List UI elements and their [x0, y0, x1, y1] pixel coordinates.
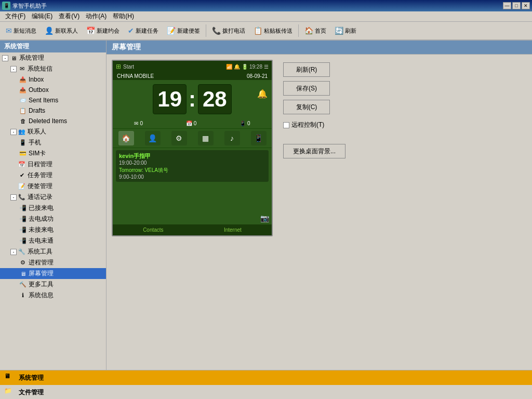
- menu-edit[interactable]: 编辑(E): [29, 11, 56, 22]
- sent-icon: 📨: [19, 96, 27, 104]
- phone-nav-icon[interactable]: 📱: [251, 131, 267, 145]
- inbox-icon: 📥: [19, 75, 27, 84]
- deleted-icon: 🗑: [19, 117, 27, 125]
- refresh-icon: 🔄: [335, 26, 343, 35]
- phone-count: 0: [247, 121, 250, 126]
- new-contact-button[interactable]: 👤 新联系人: [41, 24, 82, 37]
- outgoing-icon: 📲: [19, 215, 27, 223]
- calendar-icon: 📅: [18, 161, 26, 169]
- new-note-button[interactable]: 📝 新建便签: [163, 24, 204, 37]
- settings-nav-icon[interactable]: ⚙: [171, 131, 187, 145]
- content-area: 屏幕管理 ⊞ Start 📶 🔔 🔋 19:28 ☰: [107, 41, 532, 370]
- sidebar-item-calendar[interactable]: 📅 日程管理: [0, 159, 106, 170]
- tools-icon: 🔧: [18, 248, 26, 256]
- counter-calendar: 📅 0: [186, 121, 197, 126]
- sms-icon: ✉: [6, 26, 12, 35]
- phone-counters: ✉ 0 📅 0 📱 0: [113, 118, 272, 128]
- phone-status-bar: ⊞ Start 📶 🔔 🔋 19:28 ☰: [113, 61, 272, 72]
- refresh-button[interactable]: 刷新(R): [283, 62, 330, 77]
- sidebar-item-sim-contacts[interactable]: 💳 SIM卡: [0, 148, 106, 159]
- grid-nav-icon[interactable]: ▦: [198, 131, 214, 145]
- home-nav-icon[interactable]: 🏠: [118, 131, 134, 145]
- more-tools-icon: 🔨: [19, 281, 27, 289]
- toolbar: ✉ 新短消息 👤 新联系人 📅 新建约会 ✔ 新建任务 📝 新建便签 📞 拨打电…: [0, 22, 532, 41]
- sidebar-item-inbox[interactable]: 📥 Inbox: [0, 74, 106, 85]
- sidebar-item-calls[interactable]: - 📞 通话记录: [0, 192, 106, 203]
- missed-icon: 📲: [19, 226, 27, 234]
- menu-view[interactable]: 查看(V): [56, 11, 83, 22]
- phone-icon: 📞: [212, 26, 221, 35]
- clipboard-button[interactable]: 📋 粘贴板传送: [250, 24, 296, 37]
- phone-counter-icon: 📱: [240, 121, 246, 126]
- bottom-tabs: 🖥 系统管理 📁 文件管理 🔧 注册表管理: [0, 370, 532, 399]
- app-icon: 📱: [2, 2, 10, 10]
- sidebar-item-screen-mgmt[interactable]: 🖥 屏幕管理: [0, 268, 106, 279]
- expand-calls[interactable]: -: [10, 194, 17, 201]
- music-nav-icon[interactable]: ♪: [224, 131, 240, 145]
- maximize-button[interactable]: □: [512, 2, 521, 9]
- copy-button[interactable]: 复制(C): [283, 100, 330, 114]
- sidebar-item-deleted[interactable]: 🗑 Deleted Items: [0, 116, 106, 126]
- screen-icon: 🖥: [19, 270, 27, 278]
- new-sms-button[interactable]: ✉ 新短消息: [2, 24, 40, 37]
- tab-sys-mgmt[interactable]: 🖥 系统管理: [0, 370, 532, 385]
- sidebar-item-sms[interactable]: - ✉ 系统短信: [0, 63, 106, 74]
- expand-contacts[interactable]: -: [10, 129, 17, 135]
- windows-mobile-icon: ⊞: [116, 63, 121, 70]
- close-button[interactable]: ✕: [522, 2, 530, 9]
- drafts-icon: 📋: [19, 107, 27, 115]
- phone-area: ⊞ Start 📶 🔔 🔋 19:28 ☰ CHINA MOBILE 08-09…: [107, 55, 532, 242]
- counter-sms: ✉ 0: [134, 121, 143, 126]
- sidebar-item-incoming[interactable]: 📲 已接来电: [0, 203, 106, 214]
- sidebar-item-tasks[interactable]: ✔ 任务管理: [0, 170, 106, 181]
- sidebar-item-more-tools[interactable]: 🔨 更多工具: [0, 279, 106, 290]
- menu-file[interactable]: 文件(F): [2, 11, 29, 22]
- title-bar-buttons: — □ ✕: [503, 2, 530, 9]
- sidebar-item-contacts[interactable]: - 👥 联系人: [0, 126, 106, 137]
- sidebar-item-no-answer[interactable]: 📲 去电未通: [0, 235, 106, 246]
- contacts-bottom-btn[interactable]: Contacts: [139, 226, 167, 234]
- event-next-time: 9:00-10:00: [119, 174, 265, 180]
- dial-button[interactable]: 📞 拨打电话: [208, 24, 249, 37]
- sidebar-item-notes[interactable]: 📝 便签管理: [0, 181, 106, 192]
- sidebar-item-drafts[interactable]: 📋 Drafts: [0, 105, 106, 116]
- clipboard-icon: 📋: [254, 26, 262, 35]
- save-button[interactable]: 保存(S): [283, 81, 330, 96]
- sidebar-item-sys-mgmt[interactable]: - 🖥 系统管理: [0, 52, 106, 63]
- new-task-button[interactable]: ✔ 新建任务: [124, 24, 162, 37]
- sms-count: 0: [140, 121, 143, 126]
- new-appointment-button[interactable]: 📅 新建约会: [83, 24, 123, 37]
- event-time: 19:00-20:00: [119, 160, 265, 166]
- remote-control-checkbox[interactable]: [283, 122, 289, 128]
- expand-sys-tools[interactable]: -: [10, 249, 17, 255]
- phone-event: kevin手指甲 19:00-20:00 Tomorrow: VELA填号 9:…: [116, 150, 269, 182]
- computer-icon: 🖥: [9, 54, 18, 62]
- contacts-nav-icon[interactable]: 👤: [145, 131, 161, 145]
- sidebar-item-outgoing[interactable]: 📲 去电成功: [0, 214, 106, 224]
- sidebar-item-missed[interactable]: 📲 未接来电: [0, 224, 106, 235]
- sidebar-item-sent[interactable]: 📨 Sent Items: [0, 95, 106, 105]
- sms-counter-icon: ✉: [134, 121, 138, 126]
- clock-colon: :: [189, 87, 196, 112]
- menu-bar: 文件(F) 编辑(E) 查看(V) 动作(A) 帮助(H): [0, 11, 532, 22]
- internet-bottom-btn[interactable]: Internet: [220, 226, 246, 234]
- refresh-toolbar-button[interactable]: 🔄 刷新: [331, 24, 360, 37]
- wallpaper-button[interactable]: 更换桌面背景...: [283, 144, 345, 158]
- contact-icon: 👤: [45, 26, 54, 35]
- separator-2: [298, 24, 299, 37]
- menu-action[interactable]: 动作(A): [83, 11, 110, 22]
- sidebar-item-sys-info[interactable]: ℹ 系统信息: [0, 290, 106, 301]
- sidebar-item-outbox[interactable]: 📤 Outbox: [0, 85, 106, 95]
- home-button[interactable]: 🏠 首页: [301, 24, 330, 37]
- screenshot-icon: 📷: [260, 214, 269, 222]
- sidebar-item-phone-contacts[interactable]: 📱 手机: [0, 137, 106, 148]
- sidebar-item-sys-tools[interactable]: - 🔧 系统工具: [0, 246, 106, 257]
- minimize-button[interactable]: —: [503, 2, 511, 9]
- phone-time: 19:28: [249, 64, 262, 70]
- sidebar-item-proc-mgmt[interactable]: ⚙ 进程管理: [0, 257, 106, 268]
- expand-sys-mgmt[interactable]: -: [2, 55, 8, 61]
- tab-file-mgmt[interactable]: 📁 文件管理: [0, 385, 532, 399]
- phone-nav[interactable]: 🏠 👤 ⚙ ▦ ♪ 📱: [113, 128, 272, 148]
- menu-help[interactable]: 帮助(H): [110, 11, 137, 22]
- expand-sms[interactable]: -: [10, 66, 17, 72]
